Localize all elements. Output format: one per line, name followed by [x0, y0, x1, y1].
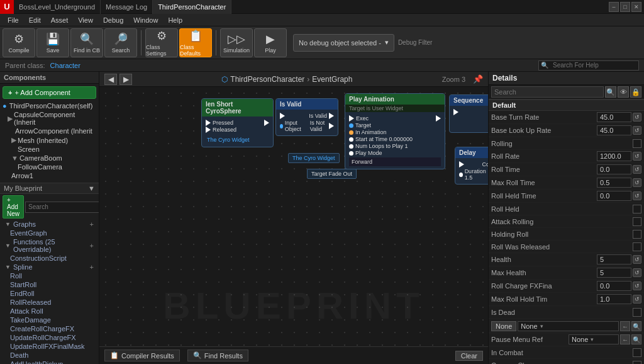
fade-out-node[interactable]: Target Fade Out — [307, 169, 357, 179]
dynamic-health-search[interactable]: 🔍 — [631, 321, 641, 331]
roll-charge-fx-reset[interactable]: ↺ — [633, 282, 641, 290]
component-mesh[interactable]: ▶ Mesh (Inherited) — [0, 135, 99, 145]
menu-edit[interactable]: Edit — [24, 14, 46, 26]
play-button[interactable]: ▶ Play — [254, 28, 287, 57]
compiler-results-tab[interactable]: 📋 Compiler Results — [104, 350, 180, 361]
class-settings-button[interactable]: ⚙ Class Settings — [145, 28, 178, 57]
details-search-input[interactable] — [491, 86, 604, 98]
base-look-up-input[interactable] — [597, 125, 631, 135]
tab-boss-level[interactable]: BossLevel_Underground — [14, 0, 101, 14]
max-roll-hold-reset[interactable]: ↺ — [633, 295, 641, 304]
save-button[interactable]: 💾 Save — [36, 28, 69, 57]
event-graph-item[interactable]: EventGraph — [3, 229, 96, 237]
eye-details-icon[interactable]: 👁 — [618, 86, 629, 98]
lock-details-icon[interactable]: 🔒 — [630, 86, 641, 98]
roll-held-time-input[interactable] — [597, 191, 631, 201]
spline-header-item[interactable]: ▼ Spline + — [3, 263, 96, 271]
roll-held-checkbox[interactable] — [633, 205, 641, 213]
pause-menu-dropdown[interactable]: None ▾ — [569, 334, 619, 344]
spline-add-health[interactable]: AddHealthPickup — [3, 360, 96, 364]
debug-filter[interactable]: No debug object selected - ▾ — [293, 34, 394, 52]
max-roll-time-reset[interactable]: ↺ — [633, 178, 641, 187]
node-is-valid[interactable]: Is Valid Is Valid Input Object Is Not Va… — [275, 98, 338, 136]
spline-start-roll[interactable]: StartRoll — [3, 280, 96, 289]
roll-time-reset[interactable]: ↺ — [633, 165, 641, 174]
blueprint-canvas[interactable]: BLUEPRINT len Short CyroSphere Pressed R… — [99, 87, 488, 346]
spline-attack-roll[interactable]: Attack Roll — [3, 307, 96, 316]
component-capsule[interactable]: ▶ CapsuleComponent (Inherit — [0, 110, 99, 127]
find-results-tab[interactable]: 🔍 Find Results — [187, 350, 248, 361]
back-button[interactable]: ◀ — [104, 74, 117, 85]
component-screen[interactable]: Screen — [0, 145, 99, 154]
holding-roll-checkbox[interactable] — [633, 230, 641, 239]
node-play-animation[interactable]: Play Animation Target is User Widget Exe… — [345, 93, 445, 169]
spline-roll-released[interactable]: RollReleased — [3, 298, 96, 307]
add-component-button[interactable]: + Add Component — [3, 86, 96, 99]
forward-button[interactable]: ▶ — [119, 74, 132, 85]
spline-end-roll[interactable]: EndRoll — [3, 289, 96, 298]
pause-menu-search[interactable]: 🔍 — [631, 334, 641, 344]
dynamic-health-dropdown[interactable]: None ▾ — [518, 321, 619, 331]
camera-change-checkbox[interactable] — [633, 361, 641, 365]
base-turn-rate-input[interactable] — [597, 112, 631, 122]
menu-window[interactable]: Window — [128, 14, 163, 26]
clear-button[interactable]: Clear — [455, 351, 483, 361]
widget-box2[interactable]: The Cyro Widget — [288, 153, 340, 163]
menu-view[interactable]: View — [73, 14, 98, 26]
in-combat-checkbox[interactable] — [633, 348, 641, 357]
maximize-button[interactable]: □ — [620, 2, 630, 12]
spline-death[interactable]: Death — [3, 351, 96, 360]
node-sequence[interactable]: Sequence Then 0 Then 1 Add pin + — [449, 94, 488, 133]
spline-create-roll[interactable]: CreateRollChargeFX — [3, 324, 96, 333]
spline-update-roll-fx[interactable]: UpdateRollFXFinalMask — [3, 342, 96, 351]
dynamic-health-left[interactable]: ← — [620, 321, 630, 331]
tab-third-person[interactable]: ThirdPersonCharacter — [153, 0, 231, 14]
add-function-icon[interactable]: + — [90, 242, 94, 249]
roll-rate-input[interactable] — [597, 151, 631, 161]
construction-script-item[interactable]: ConstructionScript — [3, 254, 96, 263]
attack-rolling-checkbox[interactable] — [633, 217, 641, 226]
add-graph-icon[interactable]: + — [90, 220, 94, 228]
roll-held-time-reset[interactable]: ↺ — [633, 191, 641, 200]
health-input[interactable] — [597, 254, 631, 264]
rolling-checkbox[interactable] — [633, 139, 641, 148]
component-arrow[interactable]: ArrowComponent (Inherit — [0, 127, 99, 135]
find-cb-button[interactable]: 🔍 Find in CB — [70, 28, 103, 57]
breadcrumb-graph[interactable]: EventGraph — [312, 75, 352, 84]
search-button[interactable]: 🔎 Search — [104, 28, 137, 57]
max-health-reset[interactable]: ↺ — [633, 268, 641, 277]
close-button[interactable]: ✕ — [631, 2, 641, 12]
health-reset[interactable]: ↺ — [633, 255, 641, 264]
graphs-header-item[interactable]: ▼ Graphs + — [3, 220, 96, 229]
minimize-button[interactable]: – — [609, 2, 619, 12]
tab-message-log[interactable]: Message Log — [101, 0, 153, 14]
base-look-up-reset[interactable]: ↺ — [633, 126, 641, 135]
component-camera-boom[interactable]: ▼ CameraBoom — [0, 154, 99, 162]
node-delay[interactable]: Delay Completed Duration 1.5 Target — [455, 147, 488, 185]
max-roll-time-input[interactable] — [597, 178, 631, 188]
component-arrow1[interactable]: Arrow1 — [0, 171, 99, 180]
roll-time-input[interactable] — [597, 164, 631, 174]
search-help-field[interactable]: 🔍 — [538, 60, 639, 71]
my-blueprint-search[interactable] — [25, 202, 99, 213]
is-dead-checkbox[interactable] — [633, 308, 641, 317]
max-health-input[interactable] — [597, 268, 631, 278]
node-short-cryosphere[interactable]: len Short CyroSphere Pressed Released Th… — [201, 98, 274, 147]
menu-help[interactable]: Help — [163, 14, 187, 26]
pin-icon[interactable]: 📌 — [473, 74, 483, 84]
roll-was-released-checkbox[interactable] — [633, 242, 641, 251]
roll-charge-fx-input[interactable] — [597, 281, 631, 291]
max-roll-hold-input[interactable] — [597, 294, 631, 304]
class-defaults-button[interactable]: 📋 Class Defaults — [179, 28, 212, 57]
search-help-input[interactable] — [550, 62, 638, 69]
add-new-button[interactable]: + Add New — [3, 195, 24, 219]
compile-button[interactable]: ⚙ Compile — [3, 28, 35, 57]
breadcrumb-char[interactable]: ThirdPersonCharacter — [230, 75, 304, 84]
my-blueprint-header[interactable]: My Blueprint ▼ — [0, 183, 99, 194]
component-self[interactable]: ● ThirdPersonCharacter(self) — [0, 101, 99, 110]
dynamic-health-none-btn[interactable]: None — [491, 321, 516, 331]
pause-menu-left[interactable]: ← — [620, 334, 630, 344]
roll-rate-reset[interactable]: ↺ — [633, 152, 641, 161]
spline-take-damage[interactable]: TakeDamage — [3, 316, 96, 324]
simulation-button[interactable]: ▷▷ Simulation — [220, 28, 253, 57]
